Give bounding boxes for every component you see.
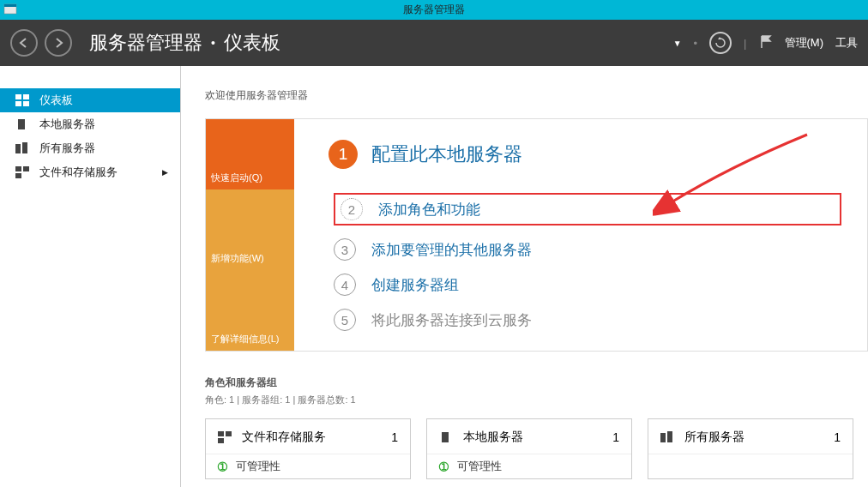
step-2-label: 添加角色和功能 xyxy=(378,200,480,219)
titlebar: 服务器管理器 xyxy=(0,0,868,20)
svg-rect-8 xyxy=(22,142,27,153)
tab-whatsnew[interactable]: 新增功能(W) xyxy=(206,189,294,270)
svg-rect-4 xyxy=(15,101,21,106)
sidebar-item-label: 文件和存储服务 xyxy=(39,165,118,180)
servers-icon xyxy=(15,142,31,154)
chevron-right-icon: ▶ xyxy=(162,168,168,177)
step-4-label: 创建服务器组 xyxy=(371,275,459,295)
refresh-button[interactable] xyxy=(709,32,732,54)
cloud-step[interactable]: 5 将此服务器连接到云服务 xyxy=(334,309,841,331)
roles-section-sub: 角色: 1 | 服务器组: 1 | 服务器总数: 1 xyxy=(205,394,868,406)
tile-all[interactable]: 所有服务器 1 xyxy=(648,418,853,479)
welcome-heading: 欢迎使用服务器管理器 xyxy=(205,88,868,103)
add-servers-step[interactable]: 3 添加要管理的其他服务器 xyxy=(334,238,841,261)
tile-row-manageability[interactable]: ➀ 可管理性 xyxy=(427,454,631,478)
tile-title: 所有服务器 xyxy=(684,430,825,445)
ok-icon: ➀ xyxy=(218,460,227,473)
sidebar-item-storage[interactable]: 文件和存储服务 ▶ xyxy=(0,160,180,184)
storage-icon xyxy=(15,166,31,178)
refresh-icon xyxy=(714,37,726,49)
forward-button[interactable] xyxy=(45,29,72,57)
ok-icon: ➀ xyxy=(439,460,449,473)
breadcrumb-sep: • xyxy=(211,36,215,50)
tile-row-manageability[interactable]: ➀ 可管理性 xyxy=(206,454,410,478)
breadcrumb-app: 服务器管理器 xyxy=(89,30,202,56)
tile-local[interactable]: 本地服务器 1 ➀ 可管理性 xyxy=(426,418,632,479)
servers-icon xyxy=(660,431,676,443)
hero-tabs: 快速启动(Q) 新增功能(W) 了解详细信息(L) xyxy=(206,119,294,351)
tiles-row: 文件和存储服务 1 ➀ 可管理性 本地服务器 1 ➀ 可管理性 xyxy=(205,418,868,479)
create-group-step[interactable]: 4 创建服务器组 xyxy=(334,274,841,296)
sidebar: 仪表板 本地服务器 所有服务器 文件和存储服务 ▶ xyxy=(0,66,181,487)
tile-title: 本地服务器 xyxy=(463,430,604,445)
roles-section-title: 角色和服务器组 xyxy=(205,376,868,390)
svg-rect-11 xyxy=(15,173,21,178)
sidebar-item-label: 所有服务器 xyxy=(39,141,95,156)
tab-learnmore[interactable]: 了解详细信息(L) xyxy=(206,270,294,351)
svg-rect-16 xyxy=(660,433,666,442)
tile-storage[interactable]: 文件和存储服务 1 ➀ 可管理性 xyxy=(205,418,411,479)
toolbar: 服务器管理器 • 仪表板 ▼ • | 管理(M) 工具 xyxy=(0,20,868,66)
svg-rect-3 xyxy=(23,94,29,99)
step-3-label: 添加要管理的其他服务器 xyxy=(371,240,532,260)
dashboard-icon xyxy=(15,94,31,106)
svg-rect-10 xyxy=(23,166,29,171)
tile-title: 文件和存储服务 xyxy=(242,430,383,445)
sidebar-item-local[interactable]: 本地服务器 xyxy=(0,112,180,136)
step-5-label: 将此服务器连接到云服务 xyxy=(371,310,532,330)
tab-quickstart[interactable]: 快速启动(Q) xyxy=(206,119,294,189)
add-roles-step[interactable]: 2 添加角色和功能 xyxy=(334,193,841,225)
svg-rect-13 xyxy=(226,431,232,436)
main-content: 欢迎使用服务器管理器 快速启动(Q) 新增功能(W) 了解详细信息(L) 1 配… xyxy=(181,66,868,487)
svg-rect-14 xyxy=(218,438,224,443)
app-icon xyxy=(3,3,17,20)
arrow-left-icon xyxy=(18,37,30,49)
sidebar-item-label: 本地服务器 xyxy=(39,117,95,132)
storage-icon xyxy=(218,431,233,443)
step-1-label: 配置此本地服务器 xyxy=(371,141,522,167)
step-number-4: 4 xyxy=(334,274,356,296)
sidebar-item-all[interactable]: 所有服务器 xyxy=(0,136,180,160)
svg-rect-17 xyxy=(667,431,672,442)
tile-count: 1 xyxy=(391,430,398,444)
tile-count: 1 xyxy=(612,430,619,444)
back-button[interactable] xyxy=(10,29,38,57)
svg-rect-5 xyxy=(23,101,29,106)
svg-rect-7 xyxy=(15,144,21,153)
breadcrumb: 服务器管理器 • 仪表板 xyxy=(89,30,673,56)
manage-menu[interactable]: 管理(M) xyxy=(785,35,824,51)
svg-rect-9 xyxy=(15,166,21,171)
step-number-5: 5 xyxy=(334,309,356,331)
flag-icon[interactable] xyxy=(759,34,773,52)
sidebar-item-label: 仪表板 xyxy=(39,93,73,108)
tile-row xyxy=(648,454,853,463)
window-title: 服务器管理器 xyxy=(403,3,465,17)
svg-rect-1 xyxy=(4,4,16,7)
sidebar-item-dashboard[interactable]: 仪表板 xyxy=(0,88,180,112)
svg-rect-6 xyxy=(18,119,25,129)
svg-rect-12 xyxy=(218,431,224,436)
arrow-right-icon xyxy=(52,37,64,49)
nav-arrows xyxy=(10,29,72,57)
svg-rect-15 xyxy=(442,432,449,442)
step-number-1: 1 xyxy=(329,140,358,169)
step-number-2: 2 xyxy=(341,198,363,220)
breadcrumb-page: 仪表板 xyxy=(224,30,280,56)
configure-step[interactable]: 1 配置此本地服务器 xyxy=(329,140,841,169)
dropdown-caret-icon[interactable]: ▼ xyxy=(673,39,682,48)
server-icon xyxy=(439,431,455,443)
tile-count: 1 xyxy=(834,430,841,444)
server-icon xyxy=(15,118,31,130)
quickstart-panel: 快速启动(Q) 新增功能(W) 了解详细信息(L) 1 配置此本地服务器 2 添… xyxy=(205,118,868,352)
step-number-3: 3 xyxy=(334,238,356,261)
tools-menu[interactable]: 工具 xyxy=(835,35,858,51)
svg-rect-2 xyxy=(15,94,21,99)
